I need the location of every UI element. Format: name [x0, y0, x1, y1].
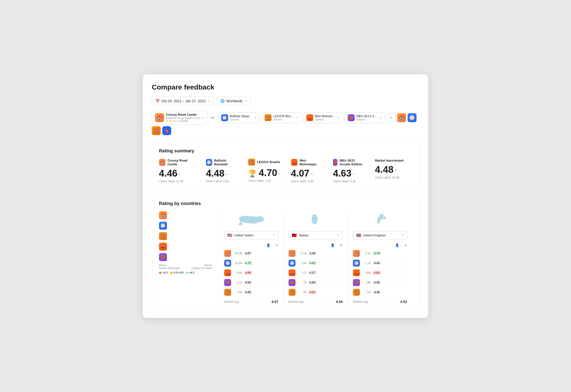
bookmark-icon: 🔖 [164, 128, 169, 133]
quick-icon-3[interactable]: 🧱 [152, 126, 161, 135]
uk-market-val: 4.52 [400, 300, 407, 304]
bar-row-0: 🏰 [159, 211, 212, 219]
quick-icon-2[interactable]: ⚾ [408, 113, 417, 122]
uk-table-header: 👤 ★ [353, 243, 407, 249]
rc-name-nba: NBA 2K21 Arcade Edition [339, 159, 365, 166]
bar-icon-1: ⚾ [159, 222, 167, 230]
tw-market-label: Market avg [288, 300, 303, 303]
tw-row-2-icon: 🚗 [288, 269, 295, 276]
uk-name: United Kingdom [363, 233, 386, 237]
app-selector-chevron: ▾ [202, 116, 204, 119]
rc-icon-crossy: 🏰 [159, 159, 165, 166]
primary-app-reviews: (1,805) [179, 119, 188, 122]
us-row-2-icon: 🚗 [224, 269, 231, 276]
rc-eq-mini: ≈ [310, 172, 313, 177]
tw-name: Taiwan [298, 233, 308, 237]
rc-rating-crossy: 4.46 [159, 169, 177, 178]
uk-row-4: 🧱 124 4.46 [353, 288, 407, 297]
uk-country-selector[interactable]: 🇬🇧 United Kingdom ▾ [353, 231, 407, 239]
tw-row-3-rating: 4.60 [308, 281, 317, 285]
uk-map [353, 211, 407, 229]
us-market-label: Market avg [224, 300, 239, 303]
apps-row: 🏰 Crossy Road Castle Endless Co-op Platf… [152, 111, 419, 135]
us-header-count-icon: 👤 [266, 243, 270, 247]
quick-icon-1[interactable]: 🏰 [397, 113, 406, 122]
uk-row-0-rating: 4.74 [372, 251, 381, 255]
uk-row-2: 🚗 950 3.83 [353, 268, 407, 278]
us-row-0-rating: 4.67 [244, 251, 253, 255]
lego-icon: 🧱 [265, 114, 272, 121]
bar-axis-labels: Below market threshold Above market thre… [159, 264, 212, 270]
uk-row-2-rating: 3.83 [372, 271, 381, 275]
bookmark-button[interactable]: 🔖 [162, 126, 171, 135]
tw-country-selector[interactable]: 🇹🇼 Taiwan ▾ [288, 231, 343, 239]
close-mini-btn[interactable]: × [338, 116, 340, 120]
us-row-2-count: 4.6k [233, 271, 242, 275]
ballistic-icon: ⚾ [221, 114, 228, 121]
rc-rating-market: 4.48 [375, 165, 394, 174]
uk-row-3-icon: 🏀 [353, 279, 360, 286]
us-row-0: 🏰 60.9k 4.67 [224, 249, 278, 258]
us-country-selector[interactable]: 🇺🇸 United States ▾ [224, 231, 278, 239]
uk-market-row: Market avg 4.52 [353, 297, 407, 304]
rc-icon-lego: 🧱 [248, 159, 255, 166]
add-app-button[interactable]: + [387, 113, 396, 122]
us-row-1-rating: 4.72 [244, 261, 253, 265]
bar-icon-4: 🏀 [159, 253, 167, 261]
us-table-header: 👤 ★ [224, 243, 278, 249]
mini-icon: 🚗 [306, 114, 313, 121]
uk-row-4-rating: 4.46 [372, 290, 381, 294]
rating-cards-grid: 🏰 Crossy Road Castle 4.46 ≈ Users rated:… [159, 159, 412, 183]
us-row-1-icon: ⚾ [224, 260, 231, 267]
us-map [224, 211, 278, 229]
country-panel-uk: 🇬🇧 United Kingdom ▾ 👤 ★ 🏰 2.1k 4.74 [348, 211, 412, 304]
lego-tab-name: LEGO® Bra... [273, 114, 293, 118]
rc-users-crossy: Users rated: 12.4k [159, 180, 196, 183]
chevron-down-icon: ▾ [208, 99, 210, 102]
bar-row-1: ⚾ [159, 222, 212, 230]
date-range-label: Oct 29, 2021 – Jan 27, 2022 [161, 99, 206, 103]
app-tab-ballistic[interactable]: ⚾ Ballistic Base... Games × [218, 112, 260, 123]
below-label: Below market threshold [159, 264, 179, 270]
us-row-0-icon: 🏰 [224, 250, 231, 257]
app-tab-nba[interactable]: 🏀 NBA 2K21 A... Games × [344, 112, 385, 123]
rating-card-nba: 🏀 NBA 2K21 Arcade Edition 4.63 ≈ Users r… [328, 159, 370, 183]
uk-market-label: Market avg [353, 300, 368, 303]
rc-trophy-lego: 🏆 [248, 169, 257, 178]
app-tab-mini[interactable]: 🚗 Mini Motorw... Games × [303, 112, 343, 123]
date-filter[interactable]: 📅 Oct 29, 2021 – Jan 27, 2022 ▾ [152, 97, 214, 105]
tw-chevron: ▾ [338, 234, 339, 237]
bar-icon-3: 🚗 [159, 243, 167, 251]
us-row-4-count: 1.8k [233, 291, 242, 294]
rc-eq-lego: ≈ [278, 171, 281, 177]
rc-name-lego: LEGO® Brawls [257, 160, 280, 164]
mini-tab-name: Mini Motorw... [315, 114, 335, 118]
bar-row-4: 🏀 [159, 253, 212, 261]
primary-app-icon: 🏰 [155, 113, 164, 122]
close-ballistic-btn[interactable]: × [255, 116, 257, 120]
us-row-2-rating: 4.05 [244, 271, 253, 275]
rc-eq-crossy: ≈ [178, 172, 181, 177]
us-row-4-rating: 4.40 [244, 290, 253, 294]
app-tab-lego[interactable]: 🧱 LEGO® Bra... Games × [261, 112, 301, 123]
uk-row-2-count: 950 [361, 271, 371, 275]
uk-row-3-rating: 4.45 [372, 281, 381, 285]
primary-app-selector[interactable]: 🏰 Crossy Road Castle Endless Co-op Platf… [152, 111, 207, 125]
countries-panels: 🇺🇸 United States ▾ 👤 ★ 🏰 60.9k 4. [219, 211, 412, 304]
tw-row-3-count: 70 [297, 281, 306, 284]
us-row-4: 🧱 1.8k 4.40 [224, 288, 278, 297]
us-market-val: 4.57 [272, 300, 278, 304]
close-nba-btn[interactable]: × [380, 116, 382, 120]
tw-market-row: Market avg 4.54 [288, 297, 343, 304]
nba-tab-name: NBA 2K21 A... [356, 114, 377, 118]
tw-row-0: 🏰 4.1k 4.45 [288, 249, 343, 258]
close-lego-btn[interactable]: × [296, 116, 298, 120]
country-panel-tw: 🇹🇼 Taiwan ▾ 👤 ★ 🏰 4.1k 4.45 [284, 211, 348, 304]
uk-header-count-icon: 👤 [395, 243, 399, 247]
vs-label: vs [209, 116, 216, 119]
rc-name-crossy: Crossy Road Castle [167, 159, 196, 166]
region-filter[interactable]: 🌐 Worldwide ▾ [217, 97, 251, 105]
page-title: Compare feedback [152, 83, 419, 91]
rc-icon-nba: 🏀 [333, 159, 337, 166]
lego-tab-sub: Games [273, 118, 293, 121]
